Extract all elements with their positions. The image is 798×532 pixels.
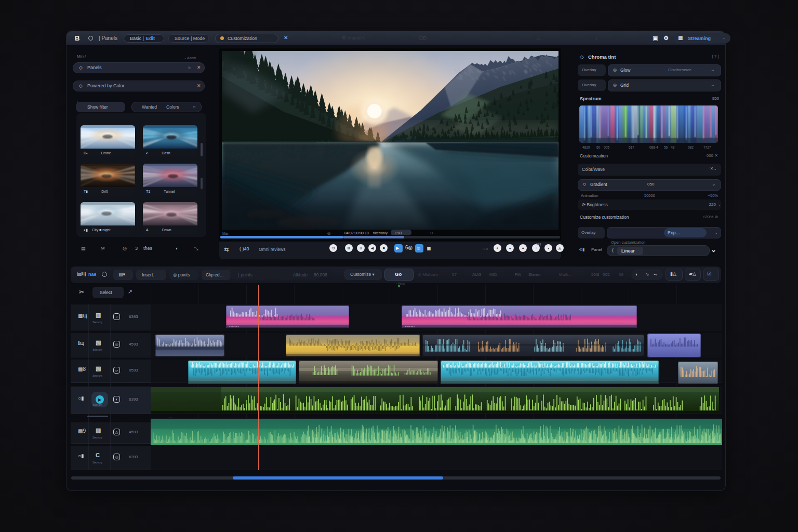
svg-text:a·ww·wm: a·ww·wm	[229, 325, 239, 328]
svg-text:a·ww·wm: a·ww·wm	[405, 325, 415, 328]
